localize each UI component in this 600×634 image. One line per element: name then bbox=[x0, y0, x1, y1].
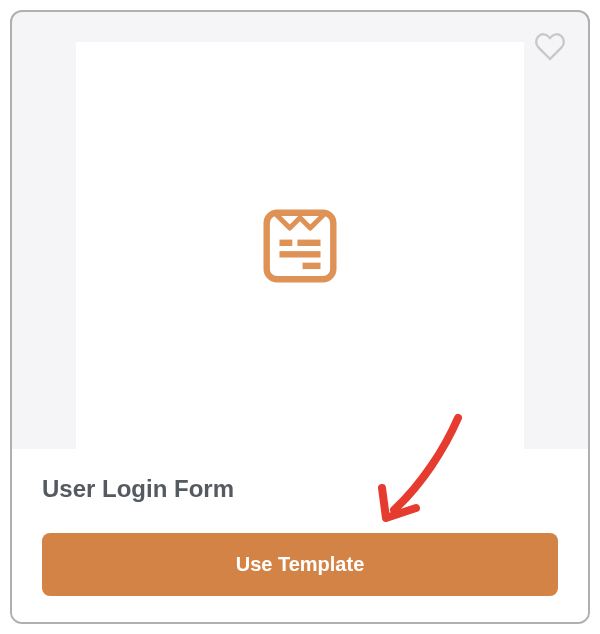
template-card: User Login Form Use Template bbox=[10, 10, 590, 624]
svg-rect-4 bbox=[303, 262, 321, 268]
heart-icon bbox=[534, 32, 566, 62]
preview-canvas bbox=[76, 42, 524, 449]
form-icon bbox=[259, 205, 341, 287]
favorite-button[interactable] bbox=[534, 32, 566, 66]
use-template-label: Use Template bbox=[236, 553, 365, 575]
use-template-button[interactable]: Use Template bbox=[42, 533, 558, 596]
svg-rect-2 bbox=[297, 239, 320, 245]
svg-rect-1 bbox=[280, 239, 293, 245]
template-preview bbox=[12, 12, 588, 449]
card-footer: User Login Form Use Template bbox=[12, 449, 588, 622]
svg-rect-3 bbox=[280, 251, 321, 257]
template-title: User Login Form bbox=[42, 475, 558, 503]
